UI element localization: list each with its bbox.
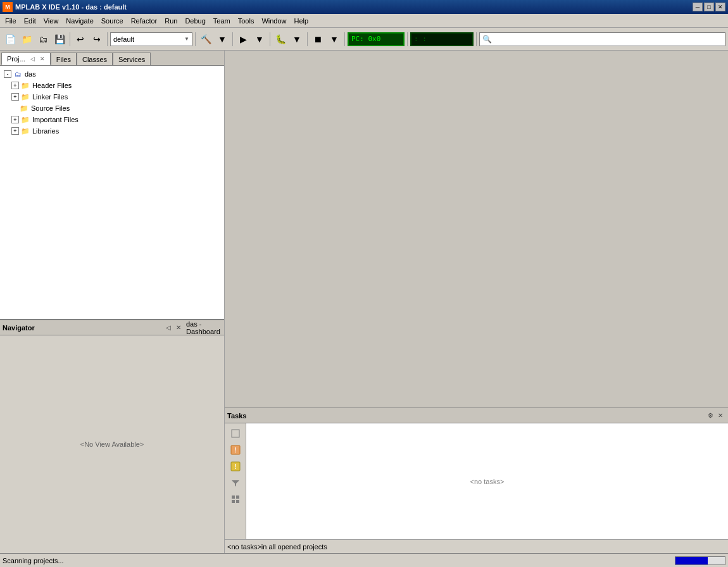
- scanning-label: Scanning projects...: [3, 557, 64, 564]
- navigator-tab-label[interactable]: das - Dashboard: [184, 320, 222, 335]
- minimize-button[interactable]: ─: [693, 3, 703, 11]
- task-settings-btn[interactable]: [228, 492, 243, 507]
- new-file-button[interactable]: 📄: [3, 32, 18, 47]
- toolbar-sep-2: [107, 32, 108, 46]
- open-file-button[interactable]: 📁: [19, 32, 34, 47]
- toolbar-sep-7: [344, 32, 345, 46]
- configuration-value: default: [113, 35, 134, 43]
- menu-team[interactable]: Team: [210, 16, 234, 26]
- expand-libraries-icon[interactable]: +: [11, 127, 19, 135]
- expand-linker-icon[interactable]: +: [11, 93, 19, 101]
- search-input[interactable]: [492, 35, 722, 43]
- toolbar-sep-8: [407, 32, 408, 46]
- toolbar-sep-3: [195, 32, 196, 46]
- tab-files[interactable]: Files: [51, 53, 77, 65]
- build-button[interactable]: 🔨: [198, 32, 213, 47]
- expand-root-icon[interactable]: -: [4, 70, 11, 78]
- run-dropdown-button[interactable]: ▼: [252, 32, 267, 47]
- menu-refactor[interactable]: Refactor: [127, 16, 161, 26]
- run-button[interactable]: ▶: [235, 32, 251, 47]
- window-title: MPLAB X IDE v1.10 - das : default: [15, 3, 693, 11]
- search-bar[interactable]: 🔍: [479, 32, 725, 46]
- svg-text:!: !: [234, 463, 236, 470]
- dropdown-arrow: ▼: [184, 36, 189, 42]
- build-dropdown-button[interactable]: ▼: [215, 32, 230, 47]
- tab-files-label: Files: [56, 56, 71, 63]
- redo-button[interactable]: ↪: [89, 32, 104, 47]
- menu-source[interactable]: Source: [97, 16, 127, 26]
- svg-rect-6: [236, 495, 239, 499]
- task-type-error-btn[interactable]: !: [228, 442, 243, 458]
- no-tasks-label: <no tasks>: [470, 478, 505, 485]
- important-files-icon: 📁: [20, 115, 30, 125]
- progress-bar: [675, 556, 725, 565]
- tasks-sidebar: ! !: [225, 423, 246, 539]
- tree-item-linker-files[interactable]: + 📁 Linker Files: [3, 91, 222, 103]
- debug-status: : :: [410, 32, 474, 46]
- expand-important-icon[interactable]: +: [11, 116, 19, 123]
- step-dropdown-button[interactable]: ▼: [327, 32, 342, 47]
- menu-bar: File Edit View Navigate Source Refactor …: [0, 14, 728, 28]
- tab-projects-label: Proj...: [7, 55, 25, 63]
- toolbar-sep-1: [70, 32, 70, 46]
- root-folder-icon: 🗂: [13, 69, 23, 79]
- tab-services-label: Services: [118, 56, 145, 63]
- menu-debug[interactable]: Debug: [181, 16, 209, 26]
- navigator-collapse-btn[interactable]: ◁: [163, 323, 173, 333]
- tasks-title: Tasks: [227, 412, 705, 420]
- app-icon: M: [3, 2, 13, 12]
- stop-button[interactable]: ⏹: [310, 32, 325, 47]
- tab-close-icon[interactable]: ✕: [40, 56, 45, 62]
- toolbar-sep-9: [476, 32, 477, 46]
- debug-dropdown-button[interactable]: ▼: [289, 32, 304, 47]
- tasks-close-btn[interactable]: ✕: [715, 411, 725, 421]
- tasks-footer-count: <no tasks>: [227, 543, 261, 551]
- tree-item-source-files[interactable]: 📁 Source Files: [3, 103, 222, 114]
- header-files-icon: 📁: [20, 80, 30, 90]
- menu-file[interactable]: File: [1, 16, 20, 26]
- menu-edit[interactable]: Edit: [20, 16, 40, 26]
- restore-button[interactable]: □: [704, 3, 714, 11]
- tree-root-label: das: [25, 70, 36, 78]
- expand-header-icon[interactable]: +: [11, 82, 19, 89]
- navigator-content: <No View Available>: [0, 335, 224, 553]
- task-type-all-btn[interactable]: [228, 426, 243, 441]
- left-panel: Proj... ◁ ✕ Files Classes Services -: [0, 51, 225, 553]
- menu-tools[interactable]: Tools: [234, 16, 258, 26]
- open-project-button[interactable]: 🗂: [35, 32, 51, 47]
- tab-services[interactable]: Services: [113, 53, 151, 65]
- tab-classes-label: Classes: [82, 56, 107, 63]
- debug-button[interactable]: 🐛: [273, 32, 288, 47]
- tab-classes[interactable]: Classes: [77, 53, 113, 65]
- close-button[interactable]: ✕: [715, 3, 725, 11]
- tasks-filter-btn[interactable]: ⚙: [705, 411, 715, 421]
- tree-item-header-files[interactable]: + 📁 Header Files: [3, 80, 222, 91]
- tasks-content: ! !: [225, 423, 728, 539]
- menu-view[interactable]: View: [40, 16, 63, 26]
- menu-run[interactable]: Run: [161, 16, 181, 26]
- menu-help[interactable]: Help: [291, 16, 313, 26]
- source-files-icon: 📁: [19, 103, 29, 113]
- tab-collapse-icon[interactable]: ◁: [28, 54, 37, 63]
- configuration-dropdown[interactable]: default ▼: [110, 32, 192, 46]
- tasks-footer: <no tasks> in all opened projects: [225, 539, 728, 553]
- tasks-main: <no tasks>: [246, 423, 728, 539]
- tree-item-libraries[interactable]: + 📁 Libraries: [3, 125, 222, 137]
- progress-area: [675, 556, 725, 565]
- tree-item-header-label: Header Files: [32, 82, 72, 89]
- right-area: Tasks ⚙ ✕ !: [225, 51, 728, 553]
- undo-button[interactable]: ↩: [73, 32, 88, 47]
- navigator-close-btn[interactable]: ✕: [173, 323, 184, 333]
- tree-item-important-files[interactable]: + 📁 Important Files: [3, 114, 222, 125]
- task-filter-btn[interactable]: [228, 475, 243, 490]
- tab-projects[interactable]: Proj... ◁ ✕: [1, 53, 51, 65]
- project-tab-bar: Proj... ◁ ✕ Files Classes Services: [0, 51, 224, 66]
- menu-window[interactable]: Window: [258, 16, 290, 26]
- menu-navigate[interactable]: Navigate: [62, 16, 97, 26]
- main-layout: Proj... ◁ ✕ Files Classes Services -: [0, 51, 728, 553]
- progress-fill: [675, 557, 708, 564]
- task-type-warning-btn[interactable]: !: [228, 459, 243, 474]
- save-button[interactable]: 💾: [52, 32, 67, 47]
- editor-area: [225, 51, 728, 408]
- tree-root[interactable]: - 🗂 das: [3, 68, 222, 80]
